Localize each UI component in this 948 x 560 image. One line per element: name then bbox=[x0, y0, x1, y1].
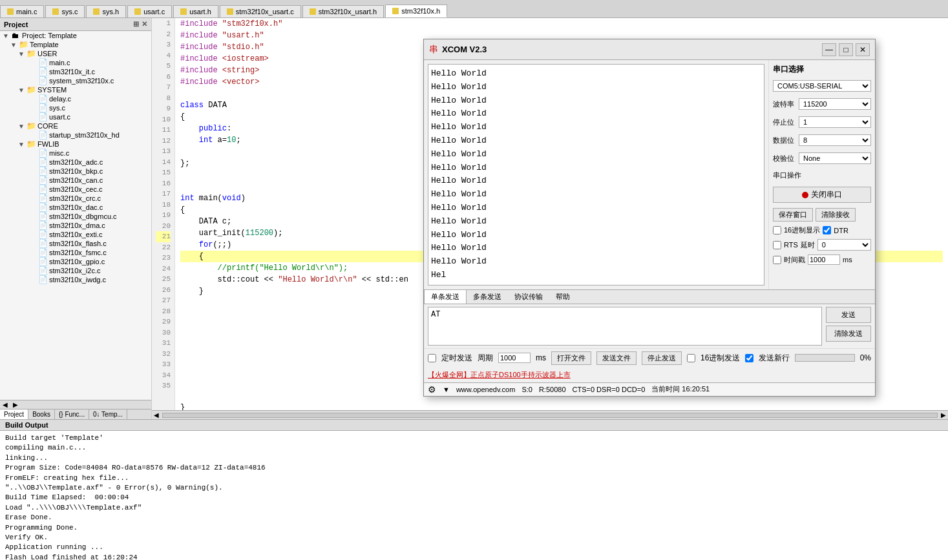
sidebar-tab-func[interactable]: {} Func... bbox=[55, 410, 89, 419]
xcom-clear-send-button[interactable]: 清除发送 bbox=[826, 326, 871, 342]
xcom-send-button[interactable]: 发送 bbox=[826, 307, 871, 323]
tree-mainc[interactable]: 📄 main.c bbox=[0, 58, 151, 67]
tree-fwlib-folder[interactable]: ▼ 📁 FWLIB bbox=[0, 140, 151, 149]
tab-sysc[interactable]: sys.c bbox=[45, 5, 85, 17]
tree-bkp[interactable]: 📄 stm32f10x_bkp.c bbox=[0, 167, 151, 176]
sidebar-icon-target[interactable]: ⊞ bbox=[133, 20, 139, 28]
tree-startup[interactable]: 📄 startup_stm32f10x_hd bbox=[0, 130, 151, 140]
xcom-timer-send-checkbox[interactable] bbox=[428, 354, 436, 362]
build-output-content[interactable]: Build target 'Template' compiling main.c… bbox=[0, 431, 948, 560]
tree-label-i2c: stm32f10x_i2c.c bbox=[49, 267, 100, 275]
xcom-baud-select[interactable]: 115200 bbox=[799, 98, 871, 110]
xcom-serial-op-label: 串口操作 bbox=[773, 171, 801, 180]
xcom-status-cts: CTS=0 DSR=0 DCD=0 bbox=[573, 386, 646, 393]
hscroll-track[interactable] bbox=[162, 413, 938, 418]
sidebar-scroll-right[interactable]: ▶ bbox=[10, 401, 21, 408]
hscroll-right[interactable]: ▶ bbox=[939, 411, 948, 419]
tree-iwdg[interactable]: 📄 stm32f10x_iwdg.c bbox=[0, 275, 151, 284]
xcom-hex-send-checkbox[interactable] bbox=[687, 354, 695, 362]
file-can-icon: 📄 bbox=[37, 176, 48, 184]
xcom-timestamp-input[interactable] bbox=[808, 254, 840, 265]
xcom-hex-display-checkbox[interactable] bbox=[773, 226, 781, 234]
xcom-stop-select[interactable]: 1 bbox=[799, 116, 871, 128]
tree-dbgmcu[interactable]: 📄 stm32f10x_dbgmcu.c bbox=[0, 212, 151, 221]
xcom-rts-checkbox[interactable] bbox=[773, 241, 781, 249]
tab-usarth[interactable]: usart.h bbox=[173, 5, 218, 17]
xcom-close-button[interactable]: ✕ bbox=[856, 43, 870, 56]
tab-stm32h[interactable]: stm32f10x.h bbox=[385, 5, 447, 17]
tab-label-sysc: sys.c bbox=[61, 8, 78, 16]
xcom-save-window-button[interactable]: 保存窗口 bbox=[773, 208, 813, 222]
sidebar-icon-close[interactable]: ✕ bbox=[142, 20, 147, 28]
tree-fsmc[interactable]: 📄 stm32f10x_fsmc.c bbox=[0, 248, 151, 257]
tree-user[interactable]: ▼ 📁 USER bbox=[0, 49, 151, 58]
xcom-send-input[interactable]: AT bbox=[428, 307, 822, 346]
xcom-open-file-button[interactable]: 打开文件 bbox=[551, 351, 591, 365]
tree-dma[interactable]: 📄 stm32f10x_dma.c bbox=[0, 221, 151, 230]
tree-delayc[interactable]: 📄 delay.c bbox=[0, 94, 151, 103]
tree-sysc[interactable]: 📄 sys.c bbox=[0, 103, 151, 112]
xcom-window: 串 XCOM V2.3 — □ ✕ Hello World Hello Worl… bbox=[423, 39, 876, 397]
xcom-stop-send-button[interactable]: 停止发送 bbox=[642, 351, 682, 365]
xcom-minimize-button[interactable]: — bbox=[822, 43, 836, 56]
tab-icon-stm32h bbox=[392, 8, 399, 14]
tree-adc[interactable]: 📄 stm32f10x_adc.c bbox=[0, 158, 151, 167]
xcom-port-select[interactable]: COM5:USB-SERIAL bbox=[773, 80, 871, 92]
xcom-tab-help[interactable]: 帮助 bbox=[549, 290, 576, 304]
sidebar-scroll-left[interactable]: ◀ bbox=[0, 401, 10, 408]
tab-stm32usarth[interactable]: stm32f10x_usart.h bbox=[302, 5, 384, 17]
xcom-delay-select[interactable]: 0 bbox=[817, 239, 871, 251]
tree-crc[interactable]: 📄 stm32f10x_crc.c bbox=[0, 194, 151, 203]
tree-cec[interactable]: 📄 stm32f10x_cec.c bbox=[0, 185, 151, 194]
sidebar-tab-project[interactable]: Project bbox=[0, 410, 28, 419]
tree-stm32it[interactable]: 📄 stm32f10x_it.c bbox=[0, 67, 151, 76]
tab-sysh[interactable]: sys.h bbox=[86, 5, 126, 17]
tree-project[interactable]: ▼ 🖿 Project: Template bbox=[0, 31, 151, 40]
xcom-action-row: 保存窗口 清除接收 bbox=[773, 208, 871, 222]
xcom-maximize-button[interactable]: □ bbox=[839, 43, 853, 56]
xcom-send-file-button[interactable]: 发送文件 bbox=[596, 351, 637, 365]
tree-gpio[interactable]: 📄 stm32f10x_gpio.c bbox=[0, 257, 151, 266]
xcom-timestamp-checkbox[interactable] bbox=[773, 256, 781, 264]
tree-misc[interactable]: 📄 misc.c bbox=[0, 149, 151, 158]
tree-can[interactable]: 📄 stm32f10x_can.c bbox=[0, 176, 151, 185]
tree-i2c[interactable]: 📄 stm32f10x_i2c.c bbox=[0, 266, 151, 275]
file-dma-icon: 📄 bbox=[37, 222, 48, 229]
tree-dac[interactable]: 📄 stm32f10x_dac.c bbox=[0, 203, 151, 212]
xcom-clear-recv-button[interactable]: 清除接收 bbox=[816, 208, 856, 222]
xcom-gear-icon[interactable]: ⚙ bbox=[428, 384, 436, 395]
tree-core-folder[interactable]: ▼ 📁 CORE bbox=[0, 121, 151, 130]
xcom-parity-select[interactable]: None bbox=[799, 152, 871, 164]
tree-exti[interactable]: 📄 stm32f10x_exti.c bbox=[0, 230, 151, 239]
tree-usartc[interactable]: 📄 usart.c bbox=[0, 112, 151, 121]
xcom-newline-checkbox[interactable] bbox=[745, 354, 753, 362]
xcom-close-port-button[interactable]: 关闭串口 bbox=[773, 187, 871, 203]
tree-label-flash: stm32f10x_flash.c bbox=[49, 240, 107, 247]
xcom-hex-display-label: 16进制显示 bbox=[784, 225, 820, 235]
xcom-dtr-checkbox[interactable] bbox=[823, 226, 831, 234]
xcom-dropdown-arrow[interactable]: ▼ bbox=[443, 386, 450, 393]
file-iwdg-icon: 📄 bbox=[37, 276, 48, 284]
xcom-period-input[interactable] bbox=[498, 353, 531, 363]
tree-template[interactable]: ▼ 📁 Template bbox=[0, 40, 151, 49]
xcom-ms-label: ms bbox=[843, 256, 852, 264]
xcom-data-select[interactable]: 8 bbox=[799, 134, 871, 146]
tab-usartc[interactable]: usart.c bbox=[127, 5, 172, 17]
xcom-tab-multi[interactable]: 多条发送 bbox=[467, 290, 508, 304]
tree-system[interactable]: 📄 system_stm32f10x.c bbox=[0, 76, 151, 85]
sidebar-tab-books[interactable]: Books bbox=[28, 410, 55, 419]
tab-stm32usartc[interactable]: stm32f10x_usart.c bbox=[220, 5, 301, 17]
folder-core-icon: 📁 bbox=[26, 122, 36, 130]
xcom-ad-link[interactable]: 【火爆全网】正点原子DS100手持示波器上市 bbox=[428, 370, 571, 380]
tree-arrow-template: ▼ bbox=[10, 41, 18, 48]
sidebar-tab-temp[interactable]: 0↓ Temp... bbox=[89, 410, 127, 419]
code-hscroll[interactable]: ◀ ▶ bbox=[152, 410, 948, 419]
xcom-terminal[interactable]: Hello World Hello World Hello World Hell… bbox=[428, 64, 764, 285]
tree-label-misc: misc.c bbox=[49, 149, 69, 157]
tab-mainc[interactable]: main.c bbox=[0, 5, 44, 17]
tree-system-folder[interactable]: ▼ 📁 SYSTEM bbox=[0, 85, 151, 94]
xcom-tab-protocol[interactable]: 协议传输 bbox=[508, 290, 549, 304]
hscroll-left[interactable]: ◀ bbox=[152, 411, 161, 419]
xcom-tab-single[interactable]: 单条发送 bbox=[424, 290, 467, 304]
tree-flash[interactable]: 📄 stm32f10x_flash.c bbox=[0, 239, 151, 248]
